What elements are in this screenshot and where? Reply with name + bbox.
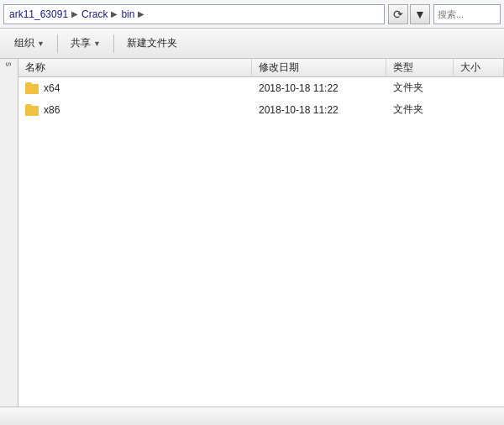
file-modified-x64: 2018-10-18 11:22: [252, 82, 386, 94]
table-row[interactable]: x86 2018-10-18 11:22 文件夹: [18, 99, 504, 121]
file-name-x86: x86: [44, 104, 60, 116]
new-folder-button[interactable]: 新建文件夹: [119, 32, 185, 55]
share-label: 共享: [71, 36, 91, 50]
main-area: s 名称 修改日期 类型 大小 x64: [0, 59, 504, 407]
col-size-label: 大小: [460, 60, 480, 75]
path-segment-crack[interactable]: Crack: [81, 8, 108, 20]
path-arrow-1: ▶: [71, 9, 78, 18]
folder-icon-x64: [25, 82, 39, 94]
toolbar-divider-2: [113, 34, 114, 53]
col-name-label: 名称: [25, 60, 45, 75]
file-name-cell-x86: x86: [18, 104, 252, 116]
col-header-name[interactable]: 名称: [18, 59, 252, 76]
toolbar: 组织 ▼ 共享 ▼ 新建文件夹: [0, 29, 504, 59]
address-bar: ark11_63091 ▶ Crack ▶ bin ▶ ⟳ ▼: [0, 0, 504, 29]
organize-label: 组织: [14, 36, 34, 50]
toolbar-divider-1: [57, 34, 58, 53]
dropdown-button[interactable]: ▼: [410, 4, 430, 24]
path-arrow-3: ▶: [138, 9, 144, 18]
address-actions: ⟳ ▼: [388, 4, 430, 24]
file-list-area: 名称 修改日期 类型 大小 x64 2018-10-18 11:22 文件夹: [18, 59, 504, 407]
col-header-type[interactable]: 类型: [386, 59, 454, 76]
organize-button[interactable]: 组织 ▼: [7, 32, 52, 55]
col-header-modified[interactable]: 修改日期: [252, 59, 386, 76]
file-rows: x64 2018-10-18 11:22 文件夹 x86 2018-10-18 …: [18, 77, 504, 407]
file-modified-x86: 2018-10-18 11:22: [252, 104, 386, 116]
path-arrow-2: ▶: [111, 9, 118, 18]
col-modified-label: 修改日期: [259, 60, 299, 75]
search-input[interactable]: [433, 4, 501, 24]
address-path: ark11_63091 ▶ Crack ▶ bin ▶: [3, 4, 385, 24]
organize-dropdown-icon: ▼: [37, 39, 45, 48]
file-name-cell-x64: x64: [18, 82, 252, 94]
status-bar: [0, 407, 504, 425]
refresh-button[interactable]: ⟳: [388, 4, 408, 24]
path-segment-root[interactable]: ark11_63091: [9, 8, 68, 20]
file-type-x86: 文件夹: [386, 102, 454, 117]
file-name-x64: x64: [44, 82, 60, 94]
left-panel-text: s: [4, 62, 13, 66]
column-headers: 名称 修改日期 类型 大小: [18, 59, 504, 77]
left-panel: s: [0, 59, 18, 407]
col-header-size[interactable]: 大小: [454, 59, 504, 76]
table-row[interactable]: x64 2018-10-18 11:22 文件夹: [18, 77, 504, 99]
share-dropdown-icon: ▼: [93, 39, 101, 48]
folder-icon-x86: [25, 104, 39, 116]
col-type-label: 类型: [393, 60, 413, 75]
file-type-x64: 文件夹: [386, 81, 454, 95]
share-button[interactable]: 共享 ▼: [63, 32, 108, 55]
new-folder-label: 新建文件夹: [127, 36, 177, 50]
path-segment-bin[interactable]: bin: [121, 8, 134, 20]
